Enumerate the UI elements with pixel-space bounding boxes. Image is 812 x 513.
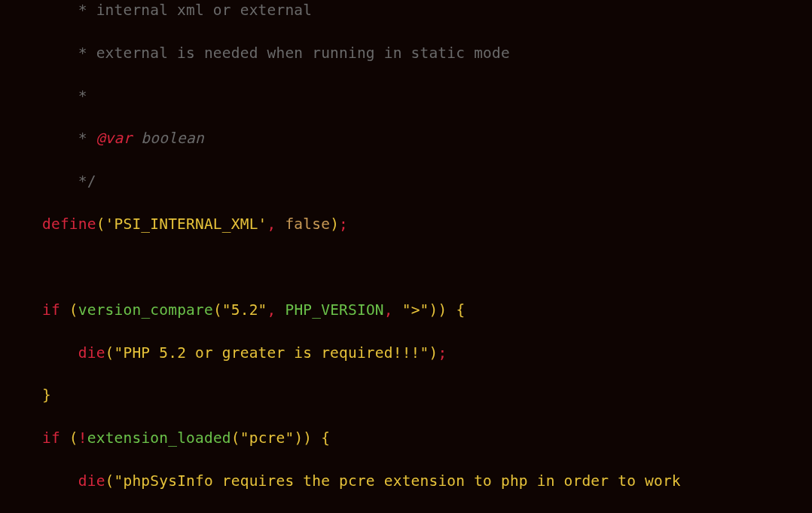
comma: , <box>267 215 276 233</box>
code-editor[interactable]: * internal xml or external * external is… <box>0 0 812 513</box>
paren: ( <box>69 301 78 319</box>
comment-text: * internal xml or external <box>78 2 312 19</box>
keyword-die: die <box>78 344 105 362</box>
string-literal: "phpSysInfo requires the pcre extension … <box>114 472 681 490</box>
string-literal: "PHP 5.2 or greater is required!!!" <box>114 344 429 362</box>
paren: )) <box>294 429 312 447</box>
comma: , <box>267 301 276 319</box>
paren: ( <box>231 429 240 447</box>
string-literal: "pcre" <box>240 429 295 447</box>
paren: ( <box>69 429 78 447</box>
paren: ( <box>96 215 105 233</box>
fn-extension-loaded: extension_loaded <box>87 429 231 447</box>
code-line: * @var boolean <box>42 128 812 149</box>
code-line: if (version_compare("5.2", PHP_VERSION, … <box>42 300 812 321</box>
semicolon: ; <box>339 215 348 233</box>
keyword-die: die <box>78 472 105 490</box>
code-line: die("PHP 5.2 or greater is required!!!")… <box>42 343 812 364</box>
brace: } <box>42 386 51 404</box>
literal-false: false <box>285 215 330 233</box>
code-line: define('PSI_INTERNAL_XML', false); <box>42 214 812 235</box>
keyword-define: define <box>42 215 96 233</box>
paren: )) <box>429 301 447 319</box>
blank-line <box>42 257 812 278</box>
keyword-if: if <box>42 301 60 319</box>
comment-star: * <box>78 130 96 147</box>
code-line: } <box>42 385 812 406</box>
string-literal: 'PSI_INTERNAL_XML' <box>105 215 267 233</box>
comment-text: * <box>78 87 87 105</box>
comment-text: * external is needed when running in sta… <box>78 44 510 62</box>
brace: { <box>456 301 465 319</box>
paren: ( <box>105 344 114 362</box>
string-literal: ">" <box>402 301 429 319</box>
code-line: * internal xml or external <box>42 0 812 21</box>
code-line: * <box>42 86 812 107</box>
string-literal: "5.2" <box>222 301 267 319</box>
code-line: die("phpSysInfo requires the pcre extens… <box>42 471 812 492</box>
annotation-word: boolean <box>132 130 204 147</box>
semicolon: ; <box>438 344 447 362</box>
paren: ) <box>429 344 438 362</box>
brace: { <box>321 429 330 447</box>
op-not: ! <box>78 429 87 447</box>
annotation-at: @var <box>96 130 133 147</box>
fn-version-compare: version_compare <box>78 301 213 319</box>
code-line: */ <box>42 171 812 192</box>
paren: ( <box>105 472 114 490</box>
code-line: if (!extension_loaded("pcre")) { <box>42 428 812 449</box>
comment-close: */ <box>78 173 96 190</box>
paren: ( <box>213 301 222 319</box>
paren: ) <box>330 215 339 233</box>
comma: , <box>384 301 393 319</box>
code-line: * external is needed when running in sta… <box>42 43 812 64</box>
keyword-if: if <box>42 429 60 447</box>
const-phpversion: PHP_VERSION <box>285 301 383 319</box>
